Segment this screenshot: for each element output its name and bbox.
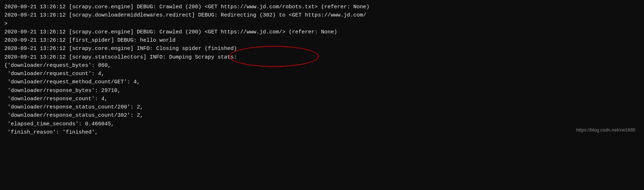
- terminal-output: 2020-09-21 13:26:12 [scrapy.core.engine]…: [4, 3, 640, 136]
- log-line: 'downloader/request_count': 4,: [4, 70, 640, 78]
- log-line: {'downloader/request_bytes': 860,: [4, 61, 640, 70]
- log-line: 2020-09-21 13:26:12 [scrapy.downloadermi…: [4, 11, 640, 19]
- log-line: 'downloader/response_status_count/200': …: [4, 103, 640, 111]
- log-line: >: [4, 20, 640, 28]
- log-line: 'elapsed_time_seconds': 0.466045,: [4, 120, 640, 128]
- log-line: 'downloader/response_status_count/302': …: [4, 111, 640, 120]
- log-line: 'downloader/request_method_count/GET': 4…: [4, 78, 640, 86]
- watermark: https://blog.csdn.net/xw1680: [576, 126, 635, 134]
- log-line: 2020-09-21 13:26:12 [scrapy.core.engine]…: [4, 45, 640, 53]
- log-line: 'downloader/response_count': 4,: [4, 95, 640, 103]
- log-line: 2020-09-21 13:26:12 [first_spider] DEBUG…: [4, 36, 640, 45]
- log-line: 'finish_reason': 'finished',: [4, 128, 640, 136]
- log-line: 2020-09-21 13:26:12 [scrapy.core.engine]…: [4, 28, 640, 36]
- log-line: 2020-09-21 13:26:12 [scrapy.statscollect…: [4, 53, 640, 61]
- log-line: 2020-09-21 13:26:12 [scrapy.core.engine]…: [4, 3, 640, 11]
- log-line: 'downloader/response_bytes': 29710,: [4, 87, 640, 95]
